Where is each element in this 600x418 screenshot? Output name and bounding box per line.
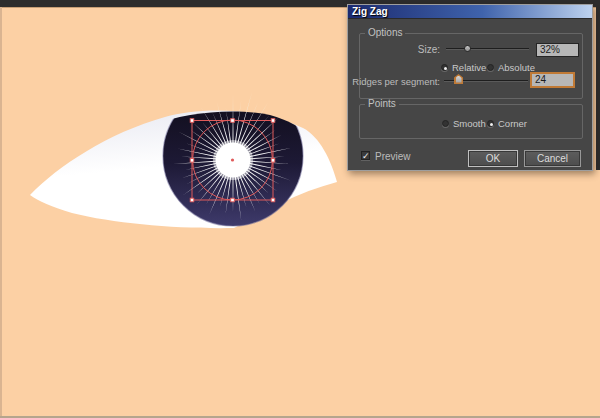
cancel-button[interactable]: Cancel bbox=[524, 150, 581, 167]
selection-anchor[interactable] bbox=[190, 119, 194, 123]
selection-anchor[interactable] bbox=[271, 198, 275, 202]
ridges-label: Ridges per segment: bbox=[352, 76, 440, 87]
relative-radio[interactable] bbox=[441, 64, 448, 71]
dialog-titlebar[interactable]: Zig Zag bbox=[348, 5, 592, 19]
size-slider-thumb[interactable] bbox=[464, 45, 471, 52]
preview-checkbox[interactable]: ✓ bbox=[361, 151, 370, 160]
selection-anchor[interactable] bbox=[190, 198, 194, 202]
smooth-radio[interactable] bbox=[442, 120, 449, 127]
absolute-radio[interactable] bbox=[487, 64, 494, 71]
selection-anchor[interactable] bbox=[271, 119, 275, 123]
smooth-radio-label[interactable]: Smooth bbox=[453, 119, 486, 129]
size-label: Size: bbox=[386, 44, 440, 55]
ok-button[interactable]: OK bbox=[468, 150, 518, 167]
size-value-field[interactable] bbox=[536, 43, 579, 57]
zigzag-dialog: Zig Zag Options Size: Relative Absolute … bbox=[347, 4, 593, 171]
ridges-value-field[interactable] bbox=[530, 72, 575, 88]
corner-radio-label[interactable]: Corner bbox=[498, 119, 527, 129]
panel-edge bbox=[596, 0, 600, 170]
size-slider-track[interactable] bbox=[446, 48, 529, 50]
dialog-title: Zig Zag bbox=[348, 5, 592, 18]
corner-radio[interactable] bbox=[487, 120, 494, 127]
selection-anchor[interactable] bbox=[231, 119, 235, 123]
illustrator-canvas: Zig Zag Options Size: Relative Absolute … bbox=[0, 0, 600, 418]
relative-radio-label[interactable]: Relative bbox=[452, 63, 486, 73]
selection-center-point[interactable] bbox=[231, 158, 234, 161]
selection-anchor[interactable] bbox=[190, 158, 194, 162]
preview-checkbox-label[interactable]: Preview bbox=[375, 151, 411, 162]
selection-anchor[interactable] bbox=[271, 158, 275, 162]
options-group-label: Options bbox=[365, 28, 405, 38]
selection-anchor[interactable] bbox=[231, 198, 235, 202]
canvas-left-edge bbox=[0, 7, 2, 418]
points-group-label: Points bbox=[365, 99, 399, 109]
